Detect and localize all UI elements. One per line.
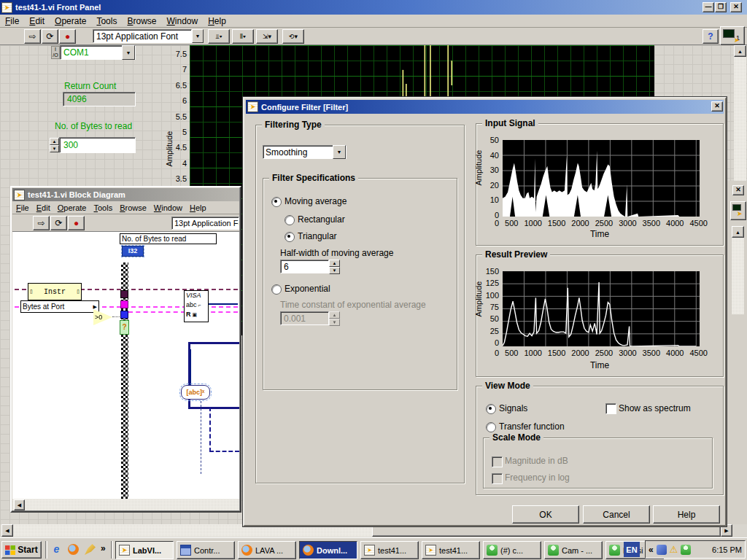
run-button[interactable]: ⇨ — [33, 216, 50, 230]
clock[interactable]: 6:15 PM — [712, 545, 742, 554]
moving-average-radio[interactable] — [271, 197, 282, 207]
triangular-radio[interactable] — [285, 232, 295, 242]
bytes-to-read-node-label[interactable]: No. of Bytes to read — [120, 233, 217, 244]
menu-item-operate[interactable]: Operate — [50, 15, 91, 27]
taskbar-button-label: LAVA ... — [255, 546, 283, 555]
align-objects-button[interactable]: ⫫▾ — [208, 29, 230, 44]
language-indicator[interactable]: EN — [624, 542, 640, 557]
bd-horizontal-scrollbar[interactable] — [12, 499, 239, 510]
spin-down-icon[interactable]: ▼ — [50, 145, 59, 152]
menu-item-help[interactable]: Help — [203, 15, 231, 27]
scroll-up-icon[interactable]: ▲ — [732, 226, 744, 238]
result-preview-yticks: 1501251007550250 — [477, 267, 499, 347]
taskbar-button-downl[interactable]: Downl... — [299, 541, 357, 559]
font-selector[interactable]: 13pt Application Fo — [171, 217, 239, 230]
menu-item-browse[interactable]: Browse — [122, 15, 161, 27]
visa-read-node[interactable]: VISA abc ⌐ R ▣ — [184, 290, 209, 322]
font-selector-dropdown-icon[interactable]: ▼ — [192, 29, 204, 43]
half-width-field[interactable]: 6 — [280, 260, 329, 273]
abort-button[interactable]: ● — [59, 29, 76, 44]
buddy-status-icon[interactable] — [681, 545, 691, 555]
minimize-button[interactable]: — — [703, 2, 714, 12]
run-continuous-button[interactable]: ⟳ — [42, 29, 58, 44]
bd-scroll-left-icon[interactable]: ◀ — [14, 499, 25, 510]
rectangular-radio[interactable] — [285, 215, 295, 225]
restore-button[interactable]: ❐ — [715, 2, 727, 12]
firefox-icon[interactable] — [68, 544, 79, 555]
string-conversion-node[interactable]: [abc]ˣ — [181, 385, 210, 400]
scrollbar-shaft[interactable] — [732, 238, 744, 314]
case-selector-tunnel[interactable]: ? — [120, 320, 129, 335]
start-button[interactable]: Start — [1, 541, 42, 559]
menu-item-file[interactable]: File — [12, 203, 33, 213]
taskbar-button-c[interactable]: (#) c... — [483, 541, 541, 559]
context-help-button[interactable]: ? — [703, 29, 719, 44]
tick-label: 3500 — [643, 349, 660, 357]
property-node[interactable]: ▯ Instr ▯ — [28, 283, 82, 300]
half-width-spinner[interactable]: ▲▼ — [329, 260, 340, 273]
fp-scroll-up-icon[interactable]: ▲ — [734, 45, 746, 57]
cancel-button[interactable]: Cancel — [583, 505, 650, 524]
reorder-button[interactable]: ⟲▾ — [282, 29, 304, 44]
signals-radio[interactable] — [486, 404, 496, 414]
menu-item-tools[interactable]: Tools — [91, 15, 122, 27]
menu-item-window[interactable]: Window — [150, 203, 186, 213]
spin-up-icon[interactable]: ▲ — [329, 260, 340, 267]
internet-explorer-icon[interactable]: e — [51, 544, 62, 555]
taskbar-button-lava[interactable]: LAVA ... — [238, 541, 296, 559]
bytes-to-read-spinner[interactable]: ▲▼ — [50, 138, 59, 152]
resize-objects-button[interactable]: ⇲▾ — [256, 29, 278, 44]
messenger-icon[interactable] — [657, 545, 667, 555]
run-continuous-button[interactable]: ⟳ — [50, 216, 67, 230]
close-button[interactable]: ✕ — [730, 2, 742, 12]
lv-icon: ➤ — [364, 545, 375, 556]
bytes-to-read-field[interactable]: 300 — [59, 137, 136, 153]
taskbar-button-contr[interactable]: Contr... — [177, 541, 235, 559]
menu-item-window[interactable]: Window — [161, 15, 203, 27]
pen-tool-icon[interactable] — [85, 544, 96, 555]
font-selector[interactable]: 13pt Application Font — [93, 29, 192, 43]
fp-scroll-left-icon[interactable]: ◀ — [1, 524, 13, 537]
menu-item-help[interactable]: Help — [186, 203, 210, 213]
run-button[interactable]: ⇨ — [24, 29, 41, 44]
show-as-spectrum-checkbox[interactable] — [605, 403, 616, 414]
ok-button[interactable]: OK — [512, 505, 579, 524]
menu-item-file[interactable]: File — [0, 15, 24, 27]
taskbar-button-labvi[interactable]: ➤LabVI... — [115, 541, 174, 559]
vi-icon[interactable]: 1 ➤ — [720, 26, 745, 45]
exponential-radio[interactable] — [271, 284, 282, 295]
spin-up-icon[interactable]: ▲ — [50, 138, 59, 145]
page-icon: ▯ — [30, 289, 33, 295]
help-button[interactable]: Help — [653, 505, 720, 524]
selected-structure-edge-vertical — [209, 407, 211, 452]
menu-item-edit[interactable]: Edit — [24, 15, 50, 27]
block-diagram-titlebar[interactable]: ➤ test41-1.vi Block Diagram — [12, 188, 239, 201]
menu-item-tools[interactable]: Tools — [90, 203, 116, 213]
com-port-dropdown-icon[interactable]: ▼ — [122, 45, 135, 60]
taskbar-button-test41[interactable]: ➤test41... — [422, 541, 480, 559]
greater-than-zero-node[interactable]: >0 — [93, 309, 112, 325]
i32-terminal[interactable]: I32 — [122, 246, 144, 257]
filtering-type-combo[interactable]: Smoothing ▼ — [263, 145, 347, 159]
taskbar-button-cam[interactable]: Cam - ... — [544, 541, 603, 559]
block-diagram-canvas[interactable]: No. of Bytes to read I32 ▯ Instr ▯ Bytes… — [12, 232, 239, 499]
menu-item-browse[interactable]: Browse — [116, 203, 150, 213]
quick-launch-overflow-icon[interactable]: » — [101, 543, 106, 553]
dialog-titlebar[interactable]: ➤ Configure Filter [Filter] — [246, 100, 724, 114]
menu-item-edit[interactable]: Edit — [33, 203, 54, 213]
property-item[interactable]: Bytes at Port ▶ — [20, 300, 99, 313]
close-button[interactable]: ✕ — [732, 185, 744, 195]
com-port-combo[interactable]: COM1 ▼ — [60, 45, 136, 60]
distribute-objects-button[interactable]: ⫴▾ — [232, 29, 254, 44]
filtering-type-dropdown-icon[interactable]: ▼ — [333, 145, 346, 159]
menu-item-operate[interactable]: Operate — [54, 203, 90, 213]
transfer-function-radio[interactable] — [486, 422, 496, 432]
vi-icon[interactable]: ➤ — [730, 201, 746, 220]
tray-collapse-icon[interactable]: « — [649, 545, 654, 555]
warning-icon[interactable]: ⚠ — [670, 544, 678, 555]
spin-down-icon[interactable]: ▼ — [329, 267, 340, 274]
front-panel-titlebar[interactable]: ➤ test41-1.vi Front Panel — [0, 0, 747, 15]
dialog-close-button[interactable]: ✕ — [711, 101, 723, 112]
taskbar-button-test41[interactable]: ➤test41... — [360, 541, 419, 559]
abort-button[interactable]: ● — [68, 216, 85, 230]
